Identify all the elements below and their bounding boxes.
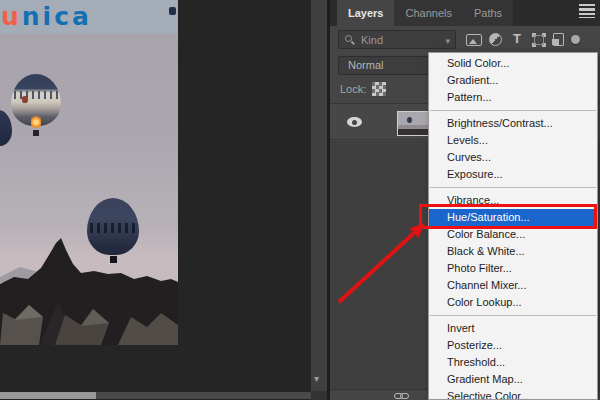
menu-separator (430, 187, 596, 188)
layer-thumbnail[interactable] (397, 111, 430, 136)
pixel-layer-filter-icon[interactable] (466, 34, 482, 46)
canvas-photo: unica (0, 0, 178, 345)
menu-separator (430, 110, 596, 111)
tab-paths[interactable]: Paths (463, 0, 513, 26)
search-icon (345, 35, 352, 42)
shape-layer-filter-icon[interactable] (532, 33, 546, 47)
layer-filter-row: Kind ▾ T (330, 26, 600, 54)
menu-item-brightness-contrast[interactable]: Brightness/Contrast... (429, 115, 597, 132)
menu-item-exposure[interactable]: Exposure... (429, 166, 597, 183)
filter-icons: T (466, 31, 580, 47)
panel-tab-bar: LayersChannelsPaths (330, 0, 600, 26)
menu-item-pattern[interactable]: Pattern... (429, 89, 597, 106)
eye-icon (347, 117, 362, 127)
tab-layers[interactable]: Layers (337, 0, 394, 26)
horizontal-scrollbar-thumb[interactable] (0, 392, 96, 399)
lock-transparency-icon[interactable] (372, 82, 386, 96)
filter-kind-dropdown[interactable]: Kind ▾ (338, 30, 456, 49)
horizontal-scrollbar[interactable] (0, 392, 311, 399)
menu-item-posterize[interactable]: Posterize... (429, 337, 597, 354)
menu-item-black-white[interactable]: Black & White... (429, 243, 597, 260)
menu-separator (430, 315, 596, 316)
rocky-terrain (0, 0, 178, 345)
type-layer-filter-icon[interactable]: T (509, 31, 525, 47)
menu-item-threshold[interactable]: Threshold... (429, 354, 597, 371)
menu-item-curves[interactable]: Curves... (429, 149, 597, 166)
menu-item-levels[interactable]: Levels... (429, 132, 597, 149)
menu-item-selective-color[interactable]: Selective Color... (429, 388, 597, 400)
highlight-red-box (419, 204, 597, 229)
menu-item-gradient[interactable]: Gradient... (429, 72, 597, 89)
chevron-down-icon: ▾ (445, 33, 450, 50)
menu-item-channel-mixer[interactable]: Channel Mixer... (429, 277, 597, 294)
panel-menu-icon[interactable] (579, 4, 595, 18)
blend-mode-dropdown[interactable]: Normal (338, 56, 430, 75)
menu-item-solid-color[interactable]: Solid Color... (429, 55, 597, 72)
scroll-down-icon[interactable]: ▾ (314, 374, 319, 384)
menu-item-invert[interactable]: Invert (429, 320, 597, 337)
tab-channels[interactable]: Channels (394, 0, 462, 26)
menu-item-color-lookup[interactable]: Color Lookup... (429, 294, 597, 311)
scrollbar-corner (311, 391, 327, 400)
photoshop-window: unica ▾ Lay (0, 0, 600, 400)
layer-visibility-button[interactable] (344, 112, 366, 132)
menu-item-gradient-map[interactable]: Gradient Map... (429, 371, 597, 388)
smart-object-filter-icon[interactable] (553, 33, 564, 46)
vertical-scrollbar[interactable]: ▾ (311, 0, 327, 391)
filter-kind-label: Kind (361, 32, 383, 49)
menu-item-photo-filter[interactable]: Photo Filter... (429, 260, 597, 277)
adjustment-layer-filter-icon[interactable] (489, 33, 502, 46)
filtering-toggle-icon[interactable] (571, 35, 580, 44)
lock-label: Lock: (340, 83, 366, 95)
